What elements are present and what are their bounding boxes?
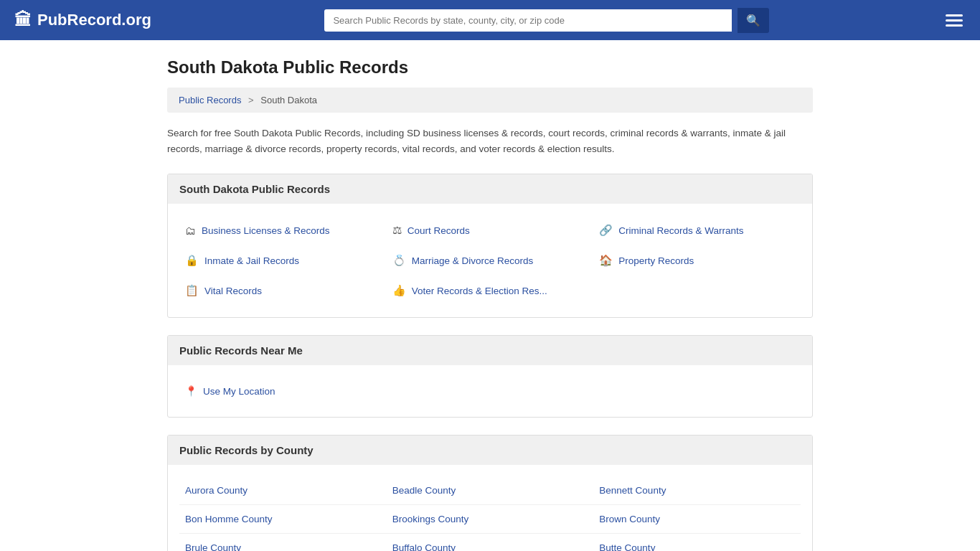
main-content: South Dakota Public Records Public Recor…	[153, 40, 827, 551]
logo[interactable]: 🏛 PubRecord.org	[14, 10, 151, 30]
record-label: Inmate & Jail Records	[204, 255, 299, 266]
records-grid: 🗂Business Licenses & Records⚖Court Recor…	[179, 215, 801, 306]
record-item[interactable]: 🔒Inmate & Jail Records	[179, 245, 387, 276]
record-label: Business Licenses & Records	[202, 225, 330, 236]
record-item[interactable]: 💍Marriage & Divorce Records	[387, 245, 594, 276]
county-item[interactable]: Buffalo County	[387, 534, 594, 551]
location-icon: 📍	[185, 385, 197, 397]
record-label: Voter Records & Election Res...	[412, 286, 547, 296]
county-section-heading: Public Records by County	[168, 435, 812, 465]
county-item[interactable]: Bennett County	[593, 476, 801, 505]
county-item[interactable]: Brookings County	[387, 505, 594, 534]
county-section: Public Records by County Aurora CountyBe…	[167, 435, 813, 551]
record-item[interactable]: ⚖Court Records	[387, 215, 594, 245]
county-item[interactable]: Butte County	[593, 534, 801, 551]
record-icon: 🔒	[185, 254, 199, 267]
records-section-body: 🗂Business Licenses & Records⚖Court Recor…	[168, 204, 812, 317]
record-item[interactable]: 🔗Criminal Records & Warrants	[593, 215, 801, 245]
record-icon: 💍	[392, 254, 406, 267]
record-icon: ⚖	[392, 224, 402, 237]
search-area: 🔍	[324, 8, 769, 33]
near-me-body: 📍 Use My Location	[168, 365, 812, 417]
search-button[interactable]: 🔍	[738, 8, 769, 33]
county-item[interactable]: Brown County	[593, 505, 801, 534]
county-item[interactable]: Aurora County	[179, 476, 387, 505]
search-icon: 🔍	[746, 14, 760, 27]
logo-text: PubRecord.org	[37, 11, 151, 29]
record-item[interactable]: 📋Vital Records	[179, 276, 387, 306]
county-item[interactable]: Brule County	[179, 534, 387, 551]
county-grid: Aurora CountyBeadle CountyBennett County…	[179, 476, 801, 551]
menu-button[interactable]	[943, 11, 966, 29]
county-item[interactable]: Beadle County	[387, 476, 594, 505]
county-item[interactable]: Bon Homme County	[179, 505, 387, 534]
location-label: Use My Location	[203, 386, 275, 397]
breadcrumb: Public Records > South Dakota	[167, 88, 813, 113]
near-me-heading: Public Records Near Me	[168, 336, 812, 365]
records-section-heading: South Dakota Public Records	[168, 174, 812, 204]
breadcrumb-parent[interactable]: Public Records	[179, 95, 241, 105]
menu-icon-line3	[946, 24, 963, 27]
record-label: Criminal Records & Warrants	[618, 225, 743, 236]
page-title: South Dakota Public Records	[167, 57, 813, 77]
breadcrumb-current: South Dakota	[260, 95, 317, 105]
near-me-section: Public Records Near Me 📍 Use My Location	[167, 335, 813, 418]
use-my-location[interactable]: 📍 Use My Location	[179, 377, 801, 405]
record-label: Property Records	[618, 255, 694, 266]
records-section: South Dakota Public Records 🗂Business Li…	[167, 174, 813, 318]
breadcrumb-separator: >	[248, 95, 254, 105]
menu-icon-line2	[946, 19, 963, 22]
site-header: 🏛 PubRecord.org 🔍	[0, 0, 980, 40]
logo-icon: 🏛	[14, 10, 32, 30]
county-section-body: Aurora CountyBeadle CountyBennett County…	[168, 465, 812, 551]
record-item[interactable]: 🗂Business Licenses & Records	[179, 215, 387, 245]
record-label: Vital Records	[204, 286, 262, 296]
record-label: Marriage & Divorce Records	[412, 255, 534, 266]
record-icon: 📋	[185, 284, 199, 297]
record-icon: 🗂	[185, 225, 196, 237]
record-item[interactable]: 🏠Property Records	[593, 245, 801, 276]
record-item[interactable]: 👍Voter Records & Election Res...	[387, 276, 594, 306]
menu-icon-line1	[946, 14, 963, 17]
search-input[interactable]	[324, 9, 732, 32]
record-icon: 👍	[392, 284, 406, 297]
record-label: Court Records	[407, 225, 470, 236]
record-icon: 🔗	[599, 224, 613, 237]
record-icon: 🏠	[599, 254, 613, 267]
page-description: Search for free South Dakota Public Reco…	[167, 126, 813, 156]
